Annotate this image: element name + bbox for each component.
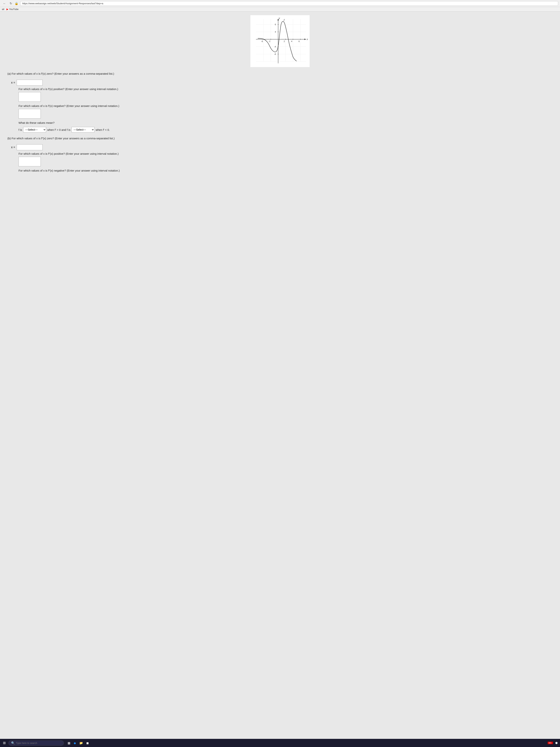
browser-chrome: ← ↻ 🔒 https://www.webassign.net/web/Stud… — [0, 0, 560, 7]
part-b-q1-text: For which values of x is f″(x) zero? (En… — [12, 137, 115, 140]
mail-label: ail — [2, 8, 4, 10]
tick-y-6: 6 — [275, 23, 276, 26]
part-b-x-input[interactable] — [17, 144, 43, 150]
search-icon: 🔍 — [11, 741, 15, 745]
taskbar-center: ▦ ◆ 📁 ◼ — [67, 741, 89, 746]
graph-container: x y -6 -2 2 4 6 6 4 -4 -6 — [7, 15, 553, 67]
tick-y-4: 4 — [275, 31, 276, 33]
part-b-section: (b) For which values of x is f″(x) zero?… — [7, 136, 553, 140]
part-b-negative-section: For which values of x is f″(x) negative?… — [19, 169, 553, 172]
youtube-label: YouTube — [9, 8, 19, 10]
part-a-x-input[interactable] — [17, 80, 43, 85]
svg-rect-0 — [250, 15, 310, 67]
start-button[interactable]: ⊞ — [1, 740, 7, 746]
address-bar[interactable]: https://www.webassign.net/web/Student/As… — [20, 1, 558, 6]
part-b-positive-section: For which values of x is f″(x) positive?… — [19, 152, 553, 166]
part-a-label: (a) — [7, 72, 11, 75]
part-b-q2-text: For which values of x is f″(x) positive?… — [19, 152, 553, 155]
tick-x-n2: -2 — [268, 40, 270, 43]
taskbar: ⊞ 🔍 ▦ ◆ 📁 ◼ 99+ 🕐 — [0, 739, 560, 747]
part-a-negative-input[interactable] — [19, 109, 41, 119]
reload-button[interactable]: ↻ — [8, 1, 13, 5]
part-b-positive-input[interactable] — [19, 157, 41, 166]
x-axis-label: x — [306, 38, 308, 41]
part-a-q4-text: What do these values mean? — [19, 121, 553, 124]
page-content: x y -6 -2 2 4 6 6 4 -4 -6 — [0, 11, 560, 739]
part-b-x-label: x = — [11, 146, 15, 149]
when2-text: when f′ < 0. — [96, 128, 110, 131]
taskbar-right: 99+ 🕐 — [548, 741, 559, 745]
taskbar-search-input[interactable] — [16, 742, 60, 744]
part-a-section: (a) For which values of x is f′(x) zero?… — [7, 72, 553, 76]
lock-icon: 🔒 — [15, 2, 18, 5]
taskbar-search-bar[interactable]: 🔍 — [8, 740, 64, 746]
browser-nav: ← ↻ 🔒 — [2, 1, 18, 5]
select-2[interactable]: ---Select--- increasing decreasing conca… — [72, 127, 95, 132]
tick-x-n6: -6 — [261, 40, 263, 43]
tick-x-6: 6 — [298, 40, 300, 43]
taskbar-clock: 🕐 — [555, 741, 559, 745]
bookmark-youtube[interactable]: ▶ YouTube — [6, 8, 19, 10]
part-a-meaning-section: What do these values mean? — [19, 121, 553, 124]
notification-badge: 99+ — [548, 742, 553, 744]
bookmarks-bar: ail ▶ YouTube — [0, 7, 560, 11]
part-a-x-label: x = — [11, 81, 15, 84]
tick-y-n6: -6 — [274, 53, 276, 55]
f-is-label: f is — [19, 128, 22, 131]
select-1[interactable]: ---Select--- increasing decreasing conca… — [23, 127, 46, 132]
part-b-label: (b) — [7, 137, 11, 140]
when1-text: when f′ > 0 and f is — [47, 128, 70, 131]
youtube-icon: ▶ — [6, 8, 8, 10]
part-a-negative-section: For which values of x is f′(x) negative?… — [19, 104, 553, 119]
edge-icon[interactable]: ◆ — [73, 741, 77, 746]
taskview-icon[interactable]: ▦ — [67, 741, 71, 746]
apps-icon[interactable]: ◼ — [85, 741, 89, 746]
part-a-q3-text: For which values of x is f′(x) negative?… — [19, 104, 553, 107]
tick-y-n4: -4 — [274, 46, 276, 48]
part-a-positive-section: For which values of x is f′(x) positive?… — [19, 87, 553, 102]
function-graph: x y -6 -2 2 4 6 6 4 -4 -6 — [250, 15, 310, 67]
part-a-q2-text: For which values of x is f′(x) positive?… — [19, 87, 553, 91]
tick-x-4: 4 — [291, 40, 292, 43]
part-a-q1-text: For which values of x is f′(x) zero? (En… — [12, 72, 114, 75]
part-b-q3-text: For which values of x is f″(x) negative?… — [19, 169, 553, 172]
folder-icon[interactable]: 📁 — [79, 741, 84, 746]
bookmark-mail[interactable]: ail — [2, 8, 4, 10]
back-button[interactable]: ← — [2, 1, 7, 5]
tick-x-2: 2 — [284, 40, 285, 43]
part-a-x-row: x = — [11, 80, 553, 85]
f-is-row: f is ---Select--- increasing decreasing … — [19, 127, 553, 132]
part-a-positive-input[interactable] — [19, 92, 41, 102]
part-b-x-row: x = — [11, 144, 553, 150]
